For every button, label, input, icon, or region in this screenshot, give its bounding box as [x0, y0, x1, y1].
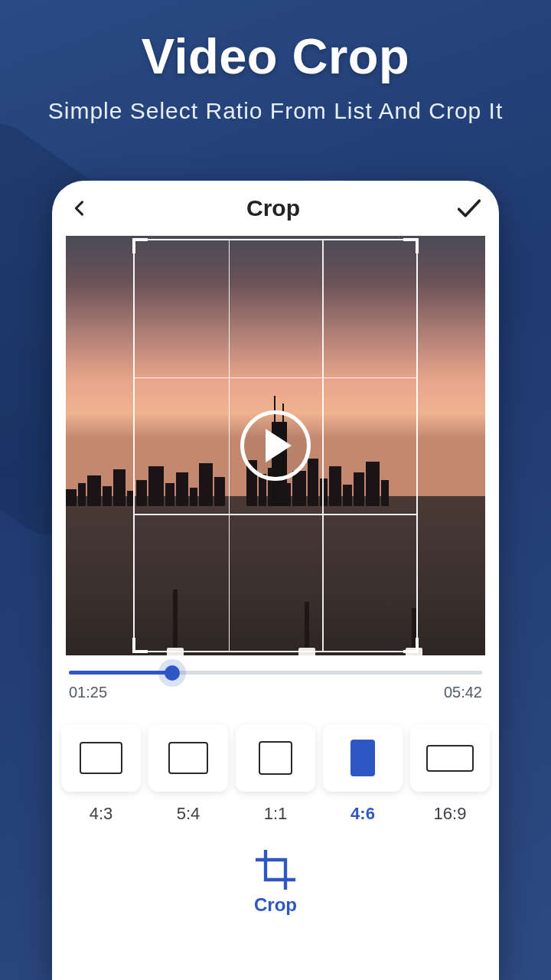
promo-subtitle: Simple Select Ratio From List And Crop I… — [0, 96, 551, 127]
top-bar: Crop — [52, 181, 499, 236]
video-preview[interactable] — [66, 236, 485, 655]
current-time: 01:25 — [69, 684, 107, 701]
crop-gridline — [322, 240, 324, 651]
app-frame: Crop — [52, 181, 499, 980]
ratio-icon — [350, 740, 375, 776]
crop-handle-top-left[interactable] — [132, 238, 148, 253]
play-icon — [266, 429, 292, 462]
ratio-label: 4:3 — [90, 804, 113, 824]
timeline: 01:25 05:42 — [69, 671, 482, 701]
play-button[interactable] — [240, 410, 311, 481]
confirm-button[interactable] — [456, 198, 482, 219]
crop-handle-bottom-left[interactable] — [132, 638, 148, 653]
crop-gridline — [229, 240, 230, 651]
back-button[interactable] — [69, 198, 90, 219]
timeline-progress — [69, 671, 172, 675]
ratio-icon — [168, 742, 208, 774]
crop-gridline — [135, 377, 416, 379]
ratio-option-4-6[interactable]: 4:6 — [323, 724, 403, 824]
crop-icon — [256, 850, 295, 890]
ratio-label: 1:1 — [264, 804, 288, 824]
ratio-icon — [259, 741, 292, 775]
crop-tool[interactable]: Crop — [52, 850, 499, 916]
timeline-track[interactable] — [69, 671, 482, 675]
ratio-option-16-9[interactable]: 16:9 — [410, 724, 490, 824]
crop-handle-bottom-right[interactable] — [403, 638, 419, 653]
ratio-label: 5:4 — [177, 804, 201, 824]
ratio-list: 4:3 5:4 1:1 4:6 16:9 — [61, 724, 490, 824]
promo-title: Video Crop — [0, 28, 551, 85]
crop-handle-top-right[interactable] — [403, 238, 419, 253]
crop-tool-label: Crop — [254, 894, 297, 916]
ratio-option-1-1[interactable]: 1:1 — [236, 724, 315, 824]
ratio-label: 4:6 — [350, 804, 375, 824]
ratio-icon — [426, 745, 474, 772]
ratio-option-4-3[interactable]: 4:3 — [61, 724, 141, 824]
crop-gridline — [135, 514, 416, 515]
ratio-option-5-4[interactable]: 5:4 — [148, 724, 228, 824]
ratio-icon — [80, 742, 122, 774]
ratio-label: 16:9 — [434, 804, 467, 824]
total-time: 05:42 — [444, 684, 482, 701]
timeline-thumb[interactable] — [165, 665, 180, 681]
page-title: Crop — [246, 195, 300, 221]
